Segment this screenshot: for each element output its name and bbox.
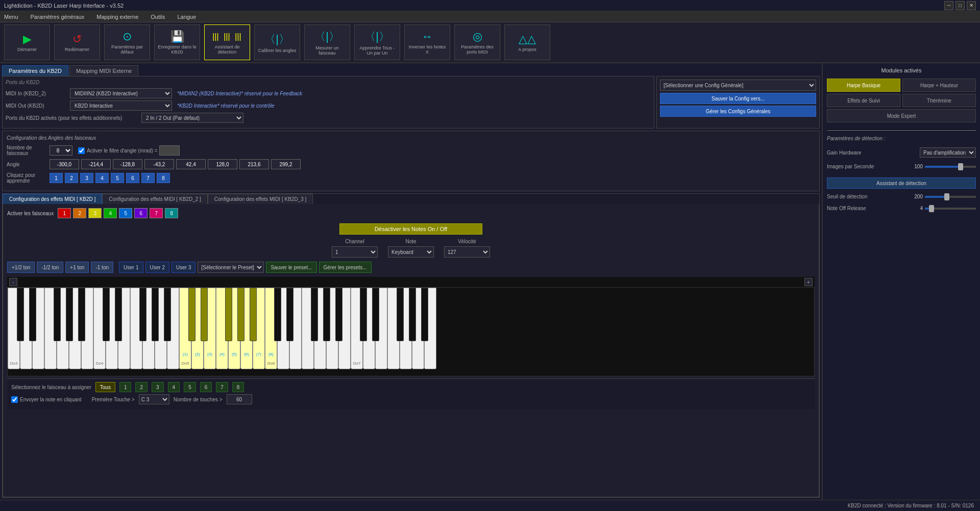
images-slider[interactable] [925,166,976,168]
angle-7-input[interactable] [239,159,269,169]
faisceau-6-button[interactable]: 6 [134,208,148,218]
inverser-button[interactable]: ↔ Inverser les Notes X [404,24,450,60]
assign-3-button[interactable]: 3 [152,382,164,392]
channel-label: Channel [345,239,364,244]
apropos-button[interactable]: △△ A propos [504,24,550,60]
filter-checkbox[interactable] [78,147,85,154]
nombre-faisceaux-select[interactable]: 8 [50,145,72,156]
demarrer-button[interactable]: ▶ Démarrer [4,24,50,60]
minimize-button[interactable]: ─ [944,1,953,10]
piano-zoom-in-button[interactable]: + [804,278,813,286]
seuil-slider[interactable] [925,196,976,198]
faisceau-8-button[interactable]: 8 [165,208,178,218]
filter-value-input[interactable]: 25 [159,145,180,156]
menu-outils[interactable]: Outils [149,13,167,21]
assign-2-button[interactable]: 2 [135,382,148,392]
user2-button[interactable]: User 2 [145,262,169,273]
user3-button[interactable]: User 3 [172,262,195,273]
user1-button[interactable]: User 1 [119,262,143,273]
nb-touches-input[interactable] [227,394,252,404]
theremine-button[interactable]: Thérémine [902,94,976,107]
velocity-select[interactable]: 127 [444,246,490,258]
save-config-button[interactable]: Sauver la Config vers... [660,93,816,104]
apprendre-2-button[interactable]: 2 [65,173,78,183]
premiere-touche-label: Première Touche > [92,397,135,402]
faisceau-1-button[interactable]: 1 [58,208,71,218]
send-note-checkbox[interactable] [11,396,18,403]
faisceau-3-button[interactable]: 3 [88,208,102,218]
redemarrer-button[interactable]: ↺ Redémarrer [54,24,100,60]
manage-config-button[interactable]: Gérer les Configs Générales [660,106,816,117]
note-select[interactable]: Keyboard [388,246,434,258]
effects-tab-kb2d3[interactable]: Configuration des effets MIDI [ KB2D_3 ] [208,194,313,204]
channel-select[interactable]: 1 [332,246,378,258]
assistant-detection-button[interactable]: Assistant de détection [827,177,976,189]
angle-1-input[interactable] [50,159,79,169]
save-preset-button[interactable]: Sauver le preset... [266,262,316,273]
angle-3-input[interactable] [113,159,142,169]
angle-5-input[interactable] [176,159,206,169]
mode-expert-button[interactable]: Mode Expert [827,109,976,122]
menu-langue[interactable]: Langue [175,13,198,21]
close-button[interactable]: ✕ [967,1,976,10]
preset-select[interactable]: [Sélectionner le Preset] [198,262,264,273]
effects-tab-kb2d2[interactable]: Configuration des effets MIDI [ KB2D_2 ] [102,194,207,204]
minus-half-ton-button[interactable]: -1/2 ton [37,262,63,273]
mesurer-button[interactable]: 〈|〉 Mesurer un faisceau [304,24,350,60]
apprendre-1-button[interactable]: 1 [50,173,63,183]
assign-4-button[interactable]: 4 [168,382,180,392]
tab-mapping[interactable]: Mapping MIDI Externe [69,65,138,76]
assign-6-button[interactable]: 6 [200,382,212,392]
minus-ton-button[interactable]: -1 ton [91,262,113,273]
ports-midi-button[interactable]: ◎ Paramètres des ports MIDI [454,24,500,60]
gain-select[interactable]: Pas d'amplification [920,147,976,158]
assign-7-button[interactable]: 7 [216,382,228,392]
config-general-select[interactable]: [Sélectionner une Config Générale] [660,80,816,91]
tab-kb2d[interactable]: Paramètres du KB2D [2,65,68,76]
assistant-button[interactable]: ⫼⫼⫼ Assistant de détection [204,24,250,60]
apprendre-5-button[interactable]: 5 [111,173,124,183]
angle-8-input[interactable] [271,159,301,169]
assign-1-button[interactable]: 1 [119,382,132,392]
apprendre-6-button[interactable]: 6 [126,173,139,183]
piano-zoom-out-button[interactable]: - [9,278,17,286]
angle-6-input[interactable] [208,159,237,169]
harpe-hauteur-button[interactable]: Harpe + Hauteur [902,79,976,92]
plus-ton-button[interactable]: +1 ton [65,262,89,273]
note-off-slider[interactable] [925,208,976,210]
faisceau-4-button[interactable]: 4 [104,208,117,218]
plus-half-ton-button[interactable]: +1/2 ton [7,262,35,273]
apprendre-7-button[interactable]: 7 [141,173,155,183]
ports-actives-select[interactable]: 2 In / 2 Out (Par défaut) [141,113,243,123]
notes-toggle-button[interactable]: Désactiver les Notes On / Off [339,223,482,235]
midi-in-select[interactable]: MIDIIIN2 (KB2D Interactive) [70,88,172,98]
calibrer-button[interactable]: 〈|〉 Calibrer les angles [254,24,300,60]
effets-suivi-button[interactable]: Effets de Suivi [827,94,900,107]
apprendre-button[interactable]: 〈|〉 Apprendre Tous - Un par Un [354,24,400,60]
enregistrer-button[interactable]: 💾 Enregistrer dans le KB2D [154,24,200,60]
assign-5-button[interactable]: 5 [184,382,196,392]
menu-parametres-generaux[interactable]: Paramètres généraux [29,13,87,21]
faisceau-5-button[interactable]: 5 [119,208,132,218]
premiere-touche-select[interactable]: C 3 [139,394,169,404]
assign-8-button[interactable]: 8 [232,382,244,392]
harpe-basique-button[interactable]: Harpe Basique [827,79,900,92]
maximize-button[interactable]: □ [955,1,965,10]
params-defaut-button[interactable]: ⊙ Paramètres par défaut [104,24,150,60]
effects-tab-kb2d[interactable]: Configuration des effets MIDI [ KB2D ] [3,194,102,204]
angle-2-input[interactable] [81,159,111,169]
menu-menu[interactable]: Menu [2,13,20,21]
seuil-label: Seuil de détection [827,194,868,199]
faisceau-2-button[interactable]: 2 [73,208,86,218]
faisceau-7-button[interactable]: 7 [150,208,163,218]
apprendre-8-button[interactable]: 8 [157,173,170,183]
menu-mapping-externe[interactable]: Mapping externe [94,13,140,21]
apprendre-3-button[interactable]: 3 [80,173,93,183]
assign-tous-button[interactable]: Tous [95,382,115,392]
ports-midi-icon: ◎ [473,30,482,43]
apprendre-4-button[interactable]: 4 [95,173,109,183]
midi-out-select[interactable]: KB2D Interactive [70,100,172,111]
angle-4-input[interactable] [144,159,174,169]
manage-presets-button[interactable]: Gérer les presets... [319,262,372,273]
window-controls[interactable]: ─ □ ✕ [944,1,976,10]
